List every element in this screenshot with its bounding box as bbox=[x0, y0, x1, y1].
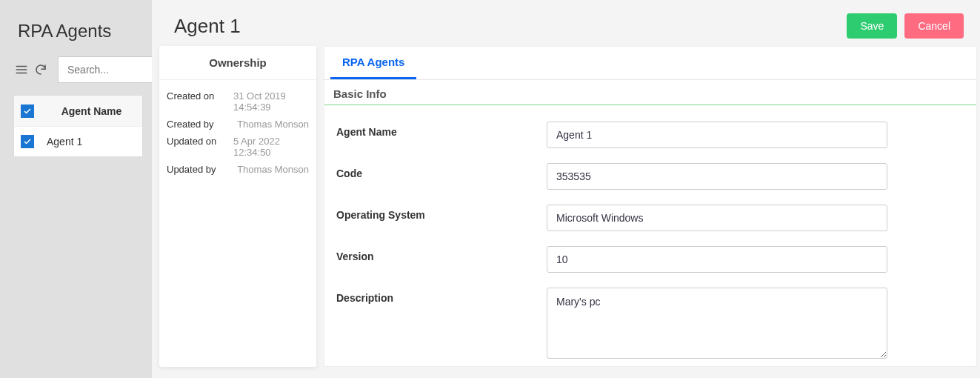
header-bar: Agent 1 Save Cancel bbox=[152, 0, 980, 46]
code-label: Code bbox=[324, 163, 547, 179]
tabs: RPA Agents bbox=[324, 47, 976, 80]
created-on-label: Created on bbox=[167, 90, 233, 113]
menu-icon[interactable] bbox=[15, 62, 28, 77]
updated-by-label: Updated by bbox=[167, 164, 233, 175]
updated-by-value: Thomas Monson bbox=[233, 164, 309, 175]
main-panel: Agent 1 Save Cancel Ownership Created on… bbox=[152, 0, 980, 378]
detail-card: RPA Agents Basic Info Agent Name Code Op… bbox=[324, 46, 977, 367]
left-toolbar bbox=[0, 50, 152, 89]
table-row[interactable]: Agent 1 bbox=[14, 127, 142, 156]
description-textarea[interactable] bbox=[547, 288, 887, 359]
ownership-title: Ownership bbox=[159, 46, 316, 80]
agents-table: Agent Name Agent 1 bbox=[13, 95, 143, 157]
select-all-checkbox[interactable] bbox=[21, 105, 34, 118]
agent-name-input[interactable] bbox=[547, 122, 887, 148]
row-agent-name: Agent 1 bbox=[41, 136, 142, 147]
row-checkbox[interactable] bbox=[21, 135, 34, 148]
code-input[interactable] bbox=[547, 163, 887, 190]
created-on-value: 31 Oct 2019 14:54:39 bbox=[233, 90, 309, 113]
refresh-icon[interactable] bbox=[34, 62, 47, 77]
created-by-value: Thomas Monson bbox=[233, 119, 309, 130]
page-title: Agent 1 bbox=[174, 15, 241, 38]
created-by-label: Created by bbox=[167, 119, 233, 130]
column-header-agent-name[interactable]: Agent Name bbox=[41, 105, 142, 117]
description-label: Description bbox=[324, 288, 547, 304]
updated-on-value: 5 Apr 2022 12:34:50 bbox=[233, 136, 309, 158]
table-header-row: Agent Name bbox=[14, 96, 142, 127]
ownership-card: Ownership Created on 31 Oct 2019 14:54:3… bbox=[159, 46, 316, 367]
left-panel-title: RPA Agents bbox=[0, 0, 152, 50]
cancel-button[interactable]: Cancel bbox=[904, 13, 964, 39]
os-input[interactable] bbox=[547, 205, 887, 231]
left-panel: RPA Agents Agent Name Agent 1 bbox=[0, 0, 152, 378]
version-label: Version bbox=[324, 246, 547, 262]
agent-name-label: Agent Name bbox=[324, 122, 547, 138]
version-input[interactable] bbox=[547, 246, 887, 273]
tab-rpa-agents[interactable]: RPA Agents bbox=[330, 47, 416, 79]
os-label: Operating System bbox=[324, 205, 547, 221]
form: Agent Name Code Operating System Version… bbox=[324, 105, 976, 366]
updated-on-label: Updated on bbox=[167, 136, 233, 158]
save-button[interactable]: Save bbox=[847, 13, 897, 39]
section-title: Basic Info bbox=[324, 80, 976, 105]
